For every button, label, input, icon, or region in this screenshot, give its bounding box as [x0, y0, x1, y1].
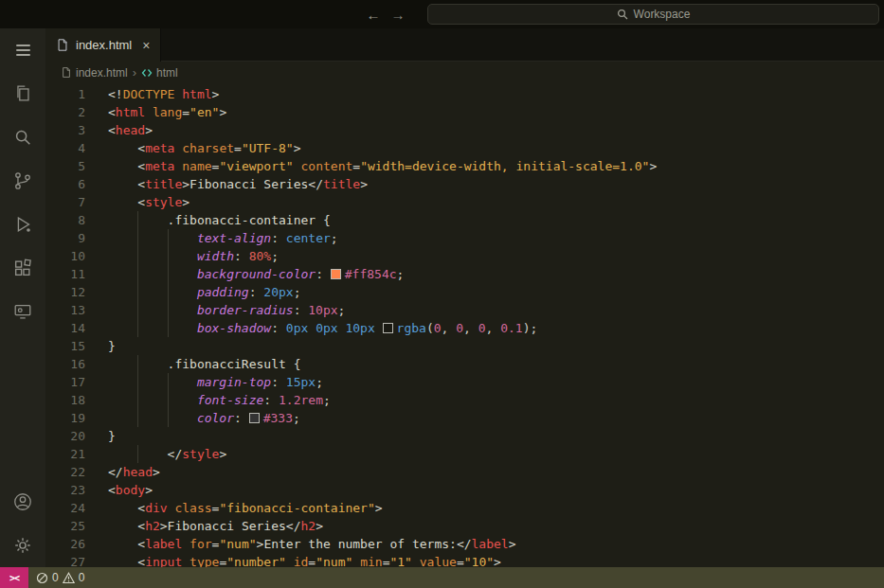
code-token: title — [145, 177, 182, 191]
indent-guide — [137, 265, 167, 283]
code-token: : — [271, 375, 286, 389]
code-token: ); — [523, 321, 538, 335]
settings-button[interactable] — [0, 524, 45, 567]
code-token: ; — [294, 285, 301, 299]
code-token: > — [316, 519, 323, 533]
remote-monitor-icon — [12, 301, 33, 322]
extensions-icon — [12, 258, 33, 278]
remote-explorer-button[interactable] — [0, 290, 45, 333]
code-line[interactable]: 21 </style> — [45, 445, 884, 463]
code-line[interactable]: 12 padding: 20px; — [45, 283, 884, 301]
code-line[interactable]: 20} — [45, 427, 884, 445]
code-line[interactable]: 22</head> — [45, 463, 884, 481]
search-button[interactable] — [0, 116, 45, 159]
remote-indicator[interactable]: >< — [0, 567, 28, 588]
code-line[interactable]: 27 <input type="number" id="num" min="1"… — [45, 553, 884, 567]
code-token: } — [108, 339, 116, 353]
code-line[interactable]: 5 <meta name="viewport" content="width=d… — [45, 157, 884, 175]
code-token: : — [271, 231, 286, 245]
code-token: 10px — [308, 303, 337, 317]
code-token: meta — [145, 141, 174, 155]
code-token: </ — [168, 447, 183, 461]
color-swatch[interactable] — [331, 269, 341, 279]
breadcrumb-symbol[interactable]: html — [141, 66, 178, 80]
line-number: 22 — [45, 463, 85, 481]
code-line[interactable]: 8 .fibonacci-container { — [45, 211, 884, 229]
indent-guide — [108, 391, 137, 409]
code-line[interactable]: 6 <title>Fibonacci Series</title> — [45, 175, 884, 193]
menu-button[interactable] — [0, 28, 45, 72]
code-token: label — [472, 537, 509, 551]
breadcrumb: index.html › html — [45, 62, 884, 83]
line-number: 23 — [45, 481, 85, 499]
workspace-search[interactable]: Workspace — [427, 4, 879, 25]
code-token: name — [174, 159, 211, 173]
code-line[interactable]: 24 <div class="fibonacci-container"> — [45, 499, 884, 517]
code-line[interactable]: 11 background-color: #ff854c; — [45, 265, 884, 283]
code-token: body — [116, 483, 145, 497]
code-token: content — [294, 159, 353, 173]
code-line[interactable]: 25 <h2>Fibonacci Series</h2> — [45, 517, 884, 535]
code-line[interactable]: 10 width: 80%; — [45, 247, 884, 265]
line-number: 1 — [45, 85, 85, 103]
indent-guide — [137, 409, 167, 427]
code-line[interactable]: 3<head> — [45, 121, 884, 139]
files-icon — [12, 83, 33, 104]
line-number: 17 — [45, 373, 85, 391]
code-token: > — [219, 447, 226, 461]
indent-guide — [108, 247, 137, 265]
code-line[interactable]: 17 margin-top: 15px; — [45, 373, 884, 391]
source-control-button[interactable] — [0, 159, 45, 203]
tab-index-html[interactable]: index.html × — [45, 28, 161, 62]
code-token: div — [145, 501, 167, 515]
code-line[interactable]: 26 <label for="num">Enter the number of … — [45, 535, 884, 553]
extensions-button[interactable] — [0, 246, 45, 290]
code-token: < — [137, 159, 145, 173]
line-number: 8 — [45, 211, 85, 229]
code-line[interactable]: 19 color: #333; — [45, 409, 884, 427]
indent-guide — [137, 247, 167, 265]
code-line[interactable]: 15} — [45, 337, 884, 355]
indent-guide — [137, 301, 167, 319]
code-line[interactable]: 9 text-align: center; — [45, 229, 884, 247]
code-line[interactable]: 13 border-radius: 10px; — [45, 301, 884, 319]
activity-bar — [0, 28, 45, 567]
code-line[interactable]: 16 .fibonacciResult { — [45, 355, 884, 373]
tab-close-button[interactable]: × — [142, 38, 150, 53]
code-token: < — [137, 537, 145, 551]
code-line[interactable]: 18 font-size: 1.2rem; — [45, 391, 884, 409]
code-token: head — [116, 123, 145, 137]
indent-guide — [168, 319, 197, 337]
code-token: ( — [426, 321, 434, 335]
back-button[interactable]: ← — [361, 7, 386, 23]
line-number: 10 — [45, 247, 85, 265]
code-line[interactable]: 2<html lang="en"> — [45, 103, 884, 121]
code-token: "width=device-width, initial-scale=1.0" — [360, 159, 649, 173]
code-line[interactable]: 4 <meta charset="UTF-8"> — [45, 139, 884, 157]
forward-button[interactable]: → — [386, 7, 410, 23]
indent-guide — [137, 283, 167, 301]
run-debug-button[interactable] — [0, 203, 45, 246]
code-token: 0px — [316, 321, 337, 335]
color-swatch[interactable] — [383, 323, 393, 333]
code-token: rgba — [397, 321, 426, 335]
code-token: </ — [308, 177, 323, 191]
indent-guide — [137, 229, 167, 247]
account-button[interactable] — [0, 480, 45, 524]
explorer-button[interactable] — [0, 72, 45, 116]
code-token: : — [294, 303, 309, 317]
code-line[interactable]: 23<body> — [45, 481, 884, 499]
breadcrumb-file[interactable]: index.html — [61, 66, 128, 80]
code-line[interactable]: 1<!DOCTYPE html> — [45, 85, 884, 103]
line-number: 19 — [45, 409, 85, 427]
code-token: < — [108, 105, 116, 119]
status-bar: >< 0 0 — [0, 567, 884, 588]
indent-guide — [108, 265, 137, 283]
code-line[interactable]: 7 <style> — [45, 193, 884, 211]
color-swatch[interactable] — [249, 413, 260, 423]
html-file-icon — [56, 38, 69, 52]
code-token: style — [182, 447, 219, 461]
code-line[interactable]: 14 box-shadow: 0px 0px 10px rgba(0, 0, 0… — [45, 319, 884, 337]
indent-guide — [108, 157, 137, 175]
problems-status[interactable]: 0 0 — [28, 567, 92, 588]
